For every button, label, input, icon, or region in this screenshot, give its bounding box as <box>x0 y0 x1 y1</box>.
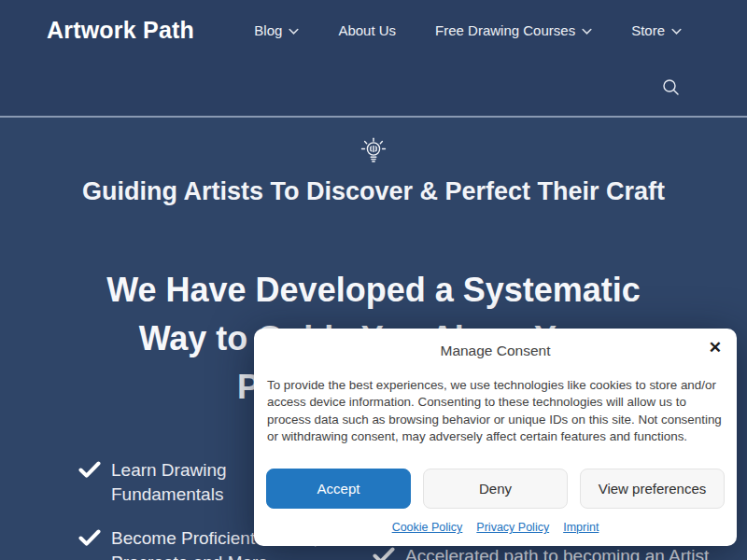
consent-modal-body: To provide the best experiences, we use … <box>267 377 722 445</box>
lightbulb-icon <box>358 136 389 168</box>
main-nav: Blog About Us Free Drawing Courses Store <box>254 22 682 38</box>
nav-item-label: About Us <box>338 22 396 38</box>
check-icon <box>78 460 101 507</box>
nav-item-blog[interactable]: Blog <box>254 22 299 38</box>
chevron-down-icon <box>289 28 299 35</box>
header-top-row: Artwork Path Blog About Us Free Drawing … <box>0 0 747 44</box>
nav-item-label: Blog <box>254 22 282 38</box>
check-icon <box>78 528 101 560</box>
consent-modal-title: Manage Consent <box>254 343 737 359</box>
accept-button[interactable]: Accept <box>266 469 411 509</box>
check-icon <box>373 546 395 560</box>
imprint-link[interactable]: Imprint <box>563 521 599 534</box>
nav-item-store[interactable]: Store <box>631 22 682 38</box>
checklist-item-label: Accelerated path to becoming an Artist <box>405 544 746 560</box>
search-button[interactable] <box>659 76 682 98</box>
consent-links-row: Cookie Policy Privacy Policy Imprint <box>254 521 737 534</box>
deny-button[interactable]: Deny <box>423 469 568 509</box>
privacy-policy-link[interactable]: Privacy Policy <box>476 521 549 534</box>
chevron-down-icon <box>671 28 682 35</box>
header-search-row <box>0 44 747 98</box>
consent-buttons-row: Accept Deny View preferences <box>266 469 725 509</box>
site-title[interactable]: Artwork Path <box>47 17 194 44</box>
consent-modal: Manage Consent ✕ To provide the best exp… <box>254 329 737 546</box>
close-icon[interactable]: ✕ <box>709 339 722 357</box>
nav-item-label: Free Drawing Courses <box>435 22 575 38</box>
view-preferences-button[interactable]: View preferences <box>580 469 725 509</box>
site-header: Artwork Path Blog About Us Free Drawing … <box>0 0 747 116</box>
nav-item-about-us[interactable]: About Us <box>338 22 396 38</box>
search-icon <box>662 78 680 96</box>
page: Artwork Path Blog About Us Free Drawing … <box>0 0 747 560</box>
chevron-down-icon <box>582 28 592 35</box>
hero-tagline: Guiding Artists To Discover & Perfect Th… <box>75 172 672 211</box>
checklist-item: Accelerated path to becoming an Artist <box>373 544 746 560</box>
nav-item-free-drawing-courses[interactable]: Free Drawing Courses <box>435 22 592 38</box>
nav-item-label: Store <box>631 22 665 38</box>
cookie-policy-link[interactable]: Cookie Policy <box>392 521 463 534</box>
